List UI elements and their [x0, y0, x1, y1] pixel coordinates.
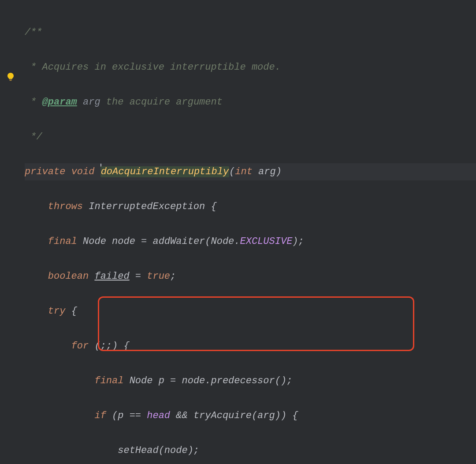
gutter — [0, 0, 19, 464]
code-line: for (;;) { — [25, 337, 476, 355]
code-line: try { — [25, 303, 476, 320]
code-line: * @param arg the acquire argument — [25, 94, 476, 111]
svg-rect-1 — [10, 80, 12, 81]
code-line: * Acquires in exclusive interruptible mo… — [25, 59, 476, 76]
code-line-current: private void doAcquireInterruptibly(int … — [25, 163, 476, 181]
code-line: /** — [25, 24, 476, 41]
code-line: throws InterruptedException { — [25, 198, 476, 216]
code-line: setHead(node); — [25, 442, 476, 460]
lightbulb-icon[interactable] — [6, 72, 15, 81]
code-line: final Node node = addWaiter(Node.EXCLUSI… — [25, 233, 476, 251]
svg-rect-0 — [9, 79, 12, 80]
code-editor[interactable]: /** * Acquires in exclusive interruptibl… — [0, 0, 476, 464]
code-line: if (p == head && tryAcquire(arg)) { — [25, 407, 476, 425]
code-line: */ — [25, 128, 476, 146]
code-line: final Node p = node.predecessor(); — [25, 372, 476, 390]
code-area[interactable]: /** * Acquires in exclusive interruptibl… — [0, 6, 476, 464]
code-line: boolean failed = true; — [25, 268, 476, 285]
